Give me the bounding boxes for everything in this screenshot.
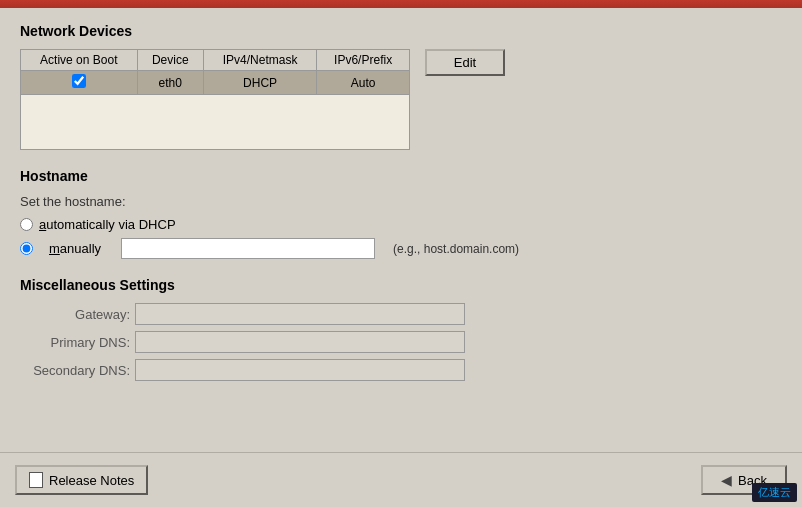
- ipv4-cell: DHCP: [203, 71, 316, 95]
- gateway-label: Gateway:: [20, 307, 135, 322]
- device-cell: eth0: [137, 71, 203, 95]
- document-icon: [29, 472, 43, 488]
- secondary-dns-row: Secondary DNS:: [20, 359, 782, 381]
- manual-row: manually oracle (e.g., host.domain.com): [20, 238, 782, 259]
- col-device: Device: [137, 50, 203, 71]
- primary-dns-row: Primary DNS:: [20, 331, 782, 353]
- network-table: Active on Boot Device IPv4/Netmask IPv6/…: [20, 49, 410, 95]
- release-notes-label: Release Notes: [49, 473, 134, 488]
- back-arrow-icon: ◀: [721, 472, 732, 488]
- hostname-hint: (e.g., host.domain.com): [393, 242, 519, 256]
- col-ipv6: IPv6/Prefix: [317, 50, 410, 71]
- auto-dhcp-radio[interactable]: [20, 218, 33, 231]
- network-devices-title: Network Devices: [20, 23, 782, 39]
- manual-underline: m: [49, 241, 60, 256]
- secondary-dns-label: Secondary DNS:: [20, 363, 135, 378]
- active-on-boot-checkbox-cell[interactable]: [21, 71, 138, 95]
- watermark-text: 亿速云: [758, 486, 791, 498]
- hostname-input[interactable]: oracle: [121, 238, 375, 259]
- bottom-bar: Release Notes ◀ Back: [0, 452, 802, 507]
- empty-table-area: [20, 95, 410, 150]
- network-devices-section: Network Devices Active on Boot Device IP…: [20, 23, 782, 150]
- gateway-row: Gateway:: [20, 303, 782, 325]
- watermark: 亿速云: [752, 483, 797, 502]
- col-active-on-boot: Active on Boot: [21, 50, 138, 71]
- gateway-input[interactable]: [135, 303, 465, 325]
- table-row[interactable]: eth0 DHCP Auto: [21, 71, 410, 95]
- auto-dhcp-row: automatically via DHCP: [20, 217, 782, 232]
- ipv6-cell: Auto: [317, 71, 410, 95]
- secondary-dns-input[interactable]: [135, 359, 465, 381]
- edit-button-container: Edit: [425, 49, 505, 76]
- auto-underline: a: [39, 217, 46, 232]
- manual-radio[interactable]: [20, 242, 33, 255]
- primary-dns-input[interactable]: [135, 331, 465, 353]
- col-ipv4: IPv4/Netmask: [203, 50, 316, 71]
- hostname-section: Hostname Set the hostname: automatically…: [20, 168, 782, 259]
- hostname-description: Set the hostname:: [20, 194, 782, 209]
- release-notes-button[interactable]: Release Notes: [15, 465, 148, 495]
- active-on-boot-checkbox[interactable]: [72, 74, 86, 88]
- auto-dhcp-label[interactable]: automatically via DHCP: [39, 217, 176, 232]
- manual-label[interactable]: manually: [49, 241, 101, 256]
- misc-title: Miscellaneous Settings: [20, 277, 782, 293]
- misc-section: Miscellaneous Settings Gateway: Primary …: [20, 277, 782, 381]
- network-table-wrapper: Active on Boot Device IPv4/Netmask IPv6/…: [20, 49, 410, 150]
- top-bar: [0, 0, 802, 8]
- edit-button[interactable]: Edit: [425, 49, 505, 76]
- primary-dns-label: Primary DNS:: [20, 335, 135, 350]
- hostname-title: Hostname: [20, 168, 782, 184]
